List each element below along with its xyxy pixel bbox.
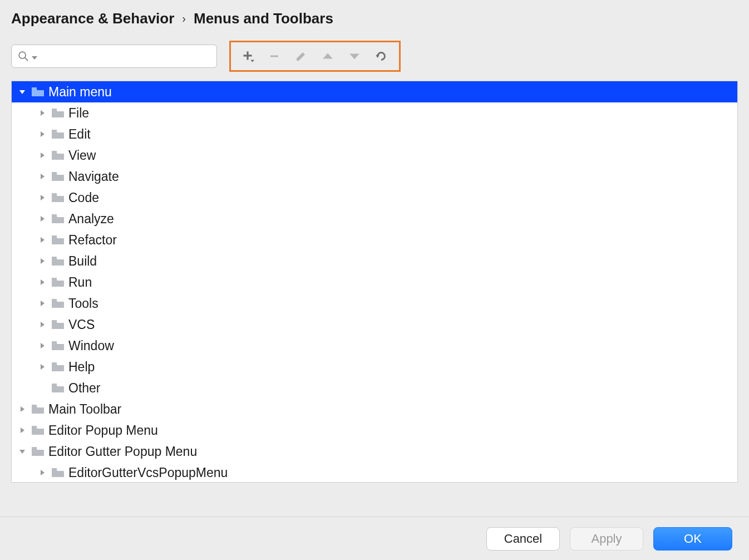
- tree-row[interactable]: Help: [12, 356, 737, 377]
- toolbar-highlight: [229, 41, 401, 72]
- chevron-right-icon[interactable]: [35, 363, 50, 371]
- search-input[interactable]: [37, 48, 211, 64]
- folder-icon: [50, 256, 66, 267]
- tree-item-label: VCS: [66, 317, 95, 332]
- svg-line-1: [25, 58, 28, 61]
- tree-row[interactable]: Main menu: [12, 81, 737, 102]
- tree-row[interactable]: EditorGutterVcsPopupMenu: [12, 462, 737, 483]
- svg-rect-14: [52, 109, 57, 111]
- add-icon: [240, 49, 255, 63]
- move-down-button[interactable]: [341, 45, 368, 67]
- chevron-right-icon[interactable]: [35, 299, 50, 307]
- dialog-footer: Cancel Apply OK: [0, 517, 749, 560]
- svg-rect-38: [52, 362, 57, 365]
- chevron-right-icon[interactable]: [35, 469, 50, 477]
- svg-rect-20: [52, 172, 57, 174]
- folder-icon: [50, 382, 66, 394]
- move-up-button[interactable]: [314, 45, 341, 67]
- svg-rect-18: [52, 151, 57, 153]
- svg-marker-2: [32, 56, 37, 60]
- edit-button[interactable]: [288, 45, 314, 67]
- tree-item-label: File: [66, 106, 89, 121]
- svg-marker-25: [41, 237, 45, 243]
- folder-icon: [29, 86, 46, 97]
- tree-item-label: Editor Gutter Popup Menu: [46, 444, 197, 459]
- chevron-right-icon[interactable]: [35, 278, 50, 286]
- add-button[interactable]: [234, 45, 261, 67]
- svg-marker-40: [21, 406, 24, 412]
- svg-rect-32: [52, 299, 57, 301]
- search-icon: [17, 50, 29, 62]
- tree-row[interactable]: Analyze: [12, 208, 737, 229]
- tree-item-label: Main menu: [46, 85, 112, 100]
- svg-rect-12: [32, 87, 37, 90]
- folder-icon: [50, 298, 66, 309]
- svg-marker-11: [19, 90, 25, 94]
- tree-row[interactable]: Editor Gutter Popup Menu: [12, 441, 737, 462]
- chevron-right-icon[interactable]: [35, 109, 50, 117]
- menus-tree[interactable]: Main menuFileEditViewNavigateCodeAnalyze…: [11, 81, 738, 483]
- tree-row[interactable]: Other: [12, 377, 737, 399]
- chevron-right-icon[interactable]: [15, 405, 29, 413]
- top-controls-row: [0, 35, 749, 77]
- tree-item-label: Build: [66, 254, 97, 269]
- svg-rect-43: [32, 426, 37, 428]
- folder-icon: [29, 404, 46, 415]
- tree-row[interactable]: Refactor: [12, 229, 737, 250]
- folder-icon: [29, 425, 46, 436]
- folder-icon: [50, 171, 66, 182]
- svg-marker-33: [41, 322, 45, 327]
- svg-marker-8: [323, 53, 333, 59]
- remove-button[interactable]: [261, 45, 288, 67]
- chevron-right-icon[interactable]: [35, 215, 50, 223]
- svg-rect-28: [52, 257, 57, 259]
- apply-button[interactable]: Apply: [570, 527, 643, 551]
- tree-row[interactable]: Build: [12, 250, 737, 272]
- ok-button[interactable]: OK: [653, 527, 732, 551]
- tree-item-label: Navigate: [66, 169, 119, 184]
- tree-row[interactable]: Main Toolbar: [12, 399, 737, 420]
- chevron-right-icon[interactable]: [35, 342, 50, 350]
- tree-row[interactable]: Editor Popup Menu: [12, 420, 737, 441]
- chevron-right-icon[interactable]: [35, 236, 50, 244]
- breadcrumb-part-1[interactable]: Appearance & Behavior: [11, 10, 174, 27]
- svg-rect-47: [52, 468, 57, 470]
- tree-row[interactable]: Navigate: [12, 166, 737, 187]
- tree-row[interactable]: Code: [12, 187, 737, 208]
- tree-row[interactable]: Edit: [12, 124, 737, 145]
- chevron-right-icon[interactable]: [35, 194, 50, 202]
- folder-icon: [50, 129, 66, 140]
- tree-item-label: Run: [66, 275, 92, 290]
- tree-row[interactable]: Window: [12, 335, 737, 356]
- svg-point-0: [19, 52, 26, 58]
- search-dropdown-icon[interactable]: [32, 48, 37, 64]
- cancel-button[interactable]: Cancel: [486, 527, 560, 551]
- svg-rect-30: [52, 278, 57, 280]
- chevron-right-icon[interactable]: [15, 426, 29, 434]
- tree-row[interactable]: Run: [12, 272, 737, 293]
- svg-marker-17: [41, 153, 45, 158]
- svg-marker-5: [250, 60, 254, 62]
- breadcrumb: Appearance & Behavior › Menus and Toolba…: [0, 0, 749, 35]
- chevron-right-icon[interactable]: [35, 173, 50, 180]
- chevron-right-icon[interactable]: [35, 321, 50, 328]
- breadcrumb-part-2[interactable]: Menus and Toolbars: [194, 10, 333, 27]
- svg-marker-27: [41, 258, 45, 264]
- svg-rect-41: [32, 405, 37, 407]
- svg-marker-29: [41, 279, 45, 285]
- chevron-down-icon[interactable]: [15, 448, 29, 455]
- tree-item-label: Edit: [66, 127, 91, 142]
- chevron-right-icon[interactable]: [35, 257, 50, 265]
- tree-row[interactable]: File: [12, 102, 737, 124]
- folder-icon: [50, 340, 66, 351]
- tree-row[interactable]: View: [12, 145, 737, 166]
- down-arrow-icon: [348, 50, 361, 62]
- chevron-down-icon[interactable]: [15, 88, 29, 96]
- restore-button[interactable]: [368, 45, 395, 67]
- svg-marker-13: [41, 110, 45, 116]
- tree-row[interactable]: Tools: [12, 293, 737, 314]
- chevron-right-icon[interactable]: [35, 130, 50, 138]
- chevron-right-icon[interactable]: [35, 151, 50, 159]
- search-box[interactable]: [11, 45, 217, 68]
- tree-row[interactable]: VCS: [12, 314, 737, 335]
